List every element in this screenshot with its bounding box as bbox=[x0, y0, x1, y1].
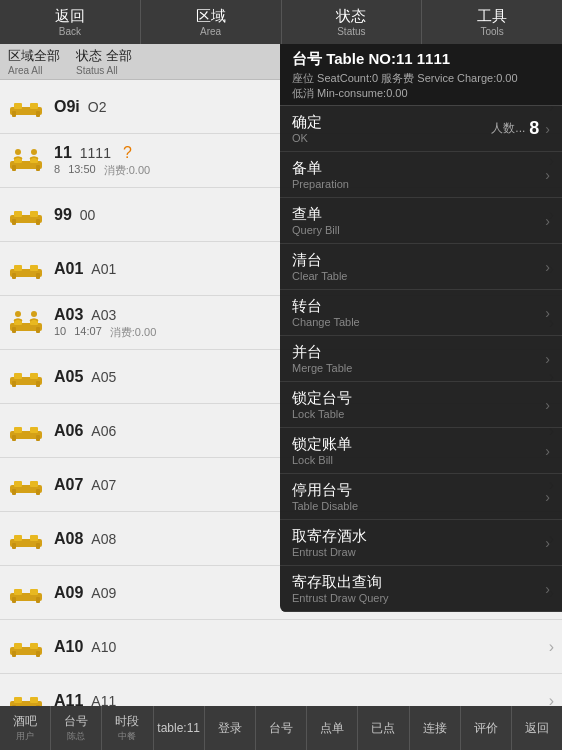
top-navigation: 返回Back区域Area状态Status工具Tools bbox=[0, 0, 562, 44]
chevron-right-icon: › bbox=[545, 121, 550, 137]
chevron-right-icon: › bbox=[545, 397, 550, 413]
dropdown-item-text-block: 清台 Clear Table bbox=[292, 251, 545, 282]
dropdown-item-entrust-draw-query[interactable]: 寄存取出查询 Entrust Draw Query › bbox=[280, 566, 562, 612]
bottom-item-sub: 中餐 bbox=[118, 730, 136, 743]
chevron-right-icon: › bbox=[545, 489, 550, 505]
chevron-right-icon: › bbox=[545, 305, 550, 321]
dropdown-item-change-table[interactable]: 转台 Change Table › bbox=[280, 290, 562, 336]
bottom-item-main: 已点 bbox=[371, 720, 395, 737]
chevron-right-icon: › bbox=[545, 259, 550, 275]
dropdown-item-en: Merge Table bbox=[292, 362, 545, 374]
dropdown-item-en: Preparation bbox=[292, 178, 545, 190]
dropdown-item-lock-table[interactable]: 锁定台号 Lock Table › bbox=[280, 382, 562, 428]
chevron-right-icon: › bbox=[545, 535, 550, 551]
top-nav-zh: 区域 bbox=[196, 7, 226, 26]
bottom-item-main: 时段 bbox=[115, 713, 139, 730]
dropdown-item-text-block: 停用台号 Table Disable bbox=[292, 481, 545, 512]
bottom-item-4[interactable]: 登录 bbox=[205, 706, 256, 750]
dropdown-item-text-block: 备单 Preparation bbox=[292, 159, 545, 190]
dropdown-item-en: Change Table bbox=[292, 316, 545, 328]
dropdown-items-list: 确定 OK 人数... 8 › 备单 Preparation › 查单 Quer… bbox=[280, 106, 562, 612]
dropdown-item-zh: 锁定台号 bbox=[292, 389, 545, 408]
chevron-right-icon: › bbox=[545, 167, 550, 183]
bottom-item-main: table:11 bbox=[157, 721, 200, 735]
bottom-item-main: 登录 bbox=[218, 720, 242, 737]
people-label: 人数... bbox=[491, 120, 525, 137]
dropdown-item-lock-bill[interactable]: 锁定账单 Lock Bill › bbox=[280, 428, 562, 474]
dropdown-item-text-block: 转台 Change Table bbox=[292, 297, 545, 328]
dropdown-item-en: Query Bill bbox=[292, 224, 545, 236]
top-nav-en: Tools bbox=[480, 26, 503, 37]
dropdown-item-zh: 并台 bbox=[292, 343, 545, 362]
bottom-item-main: 返回 bbox=[525, 720, 549, 737]
dropdown-item-zh: 停用台号 bbox=[292, 481, 545, 500]
dropdown-item-zh: 查单 bbox=[292, 205, 545, 224]
dropdown-item-query-bill[interactable]: 查单 Query Bill › bbox=[280, 198, 562, 244]
dropdown-item-zh: 备单 bbox=[292, 159, 545, 178]
bottom-item-main: 酒吧 bbox=[13, 713, 37, 730]
chevron-right-icon: › bbox=[545, 443, 550, 459]
dropdown-item-en: Lock Table bbox=[292, 408, 545, 420]
dropdown-item-entrust-draw[interactable]: 取寄存酒水 Entrust Draw › bbox=[280, 520, 562, 566]
dropdown-panel: 台号 Table NO:11 1111 座位 SeatCount:0 服务费 S… bbox=[280, 44, 562, 612]
dropdown-item-clear-table[interactable]: 清台 Clear Table › bbox=[280, 244, 562, 290]
dropdown-info-line: 座位 SeatCount:0 服务费 Service Charge:0.00 bbox=[292, 71, 550, 86]
bottom-item-6[interactable]: 点单 bbox=[307, 706, 358, 750]
dropdown-item-en: Lock Bill bbox=[292, 454, 545, 466]
bottom-item-1[interactable]: 台号 陈总 bbox=[51, 706, 102, 750]
bottom-item-3[interactable]: table:11 bbox=[154, 706, 205, 750]
chevron-right-icon: › bbox=[545, 581, 550, 597]
top-nav-en: Area bbox=[200, 26, 221, 37]
dropdown-item-preparation[interactable]: 备单 Preparation › bbox=[280, 152, 562, 198]
dropdown-item-merge-table[interactable]: 并台 Merge Table › bbox=[280, 336, 562, 382]
chevron-right-icon: › bbox=[545, 351, 550, 367]
top-nav-en: Status bbox=[337, 26, 365, 37]
dropdown-item-en: Table Disable bbox=[292, 500, 545, 512]
top-nav-zh: 状态 bbox=[336, 7, 366, 26]
top-nav-item-tools[interactable]: 工具Tools bbox=[422, 0, 562, 44]
bottom-item-main: 台号 bbox=[269, 720, 293, 737]
bottom-item-7[interactable]: 已点 bbox=[358, 706, 409, 750]
top-nav-item-status[interactable]: 状态Status bbox=[282, 0, 423, 44]
dropdown-item-zh: 寄存取出查询 bbox=[292, 573, 545, 592]
top-nav-en: Back bbox=[59, 26, 81, 37]
dropdown-overlay: 台号 Table NO:11 1111 座位 SeatCount:0 服务费 S… bbox=[0, 44, 562, 706]
bottom-item-5[interactable]: 台号 bbox=[256, 706, 307, 750]
bottom-bar: 酒吧 用户 台号 陈总 时段 中餐 table:11 登录 台号 点单 已点 连… bbox=[0, 706, 562, 750]
bottom-item-main: 点单 bbox=[320, 720, 344, 737]
top-nav-item-back[interactable]: 返回Back bbox=[0, 0, 141, 44]
dropdown-item-text-block: 查单 Query Bill bbox=[292, 205, 545, 236]
dropdown-item-zh: 确定 bbox=[292, 113, 491, 132]
people-count: 8 bbox=[529, 118, 539, 139]
dropdown-item-zh: 转台 bbox=[292, 297, 545, 316]
top-nav-zh: 返回 bbox=[55, 7, 85, 26]
dropdown-min-consume: 低消 Min-consume:0.00 bbox=[292, 86, 550, 101]
bottom-item-main: 连接 bbox=[423, 720, 447, 737]
top-nav-item-area[interactable]: 区域Area bbox=[141, 0, 282, 44]
dropdown-item-en: Entrust Draw bbox=[292, 546, 545, 558]
dropdown-item-text-block: 锁定账单 Lock Bill bbox=[292, 435, 545, 466]
bottom-item-0[interactable]: 酒吧 用户 bbox=[0, 706, 51, 750]
dropdown-item-text-block: 取寄存酒水 Entrust Draw bbox=[292, 527, 545, 558]
top-nav-zh: 工具 bbox=[477, 7, 507, 26]
dropdown-header: 台号 Table NO:11 1111 座位 SeatCount:0 服务费 S… bbox=[280, 44, 562, 106]
dropdown-item-text-block: 寄存取出查询 Entrust Draw Query bbox=[292, 573, 545, 604]
dropdown-item-en: OK bbox=[292, 132, 491, 144]
dropdown-item-ok[interactable]: 确定 OK 人数... 8 › bbox=[280, 106, 562, 152]
dropdown-item-text-block: 锁定台号 Lock Table bbox=[292, 389, 545, 420]
dropdown-item-en: Entrust Draw Query bbox=[292, 592, 545, 604]
bottom-item-sub: 用户 bbox=[16, 730, 34, 743]
dropdown-item-table-disable[interactable]: 停用台号 Table Disable › bbox=[280, 474, 562, 520]
dropdown-item-zh: 取寄存酒水 bbox=[292, 527, 545, 546]
dropdown-item-text-block: 并台 Merge Table bbox=[292, 343, 545, 374]
bottom-item-main: 评价 bbox=[474, 720, 498, 737]
dropdown-table-no: 台号 Table NO:11 1111 bbox=[292, 50, 550, 69]
bottom-item-9[interactable]: 评价 bbox=[461, 706, 512, 750]
bottom-item-10[interactable]: 返回 bbox=[512, 706, 562, 750]
dropdown-item-zh: 锁定账单 bbox=[292, 435, 545, 454]
dropdown-item-ok-text: 确定 OK bbox=[292, 113, 491, 144]
bottom-item-8[interactable]: 连接 bbox=[410, 706, 461, 750]
bottom-item-2[interactable]: 时段 中餐 bbox=[102, 706, 153, 750]
chevron-right-icon: › bbox=[545, 213, 550, 229]
dropdown-item-en: Clear Table bbox=[292, 270, 545, 282]
